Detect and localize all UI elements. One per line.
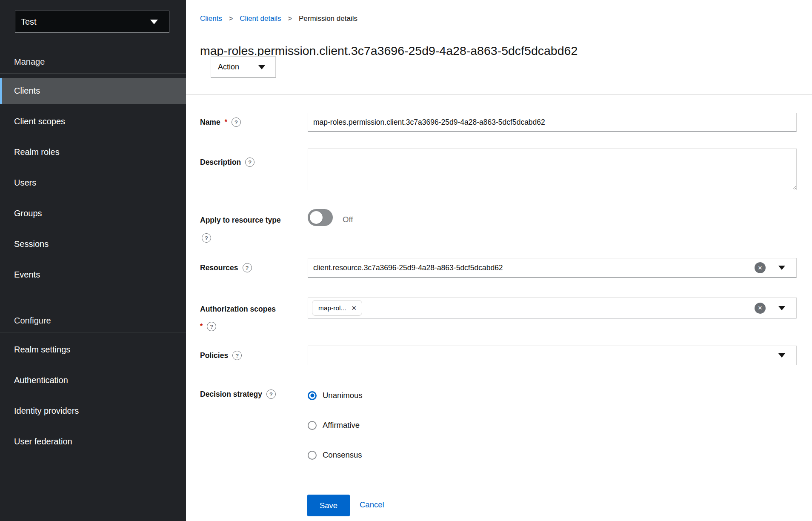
help-icon[interactable]: ? [266,389,276,399]
apply-to-resource-type-label: Apply to resource type [200,214,281,226]
radio-label: Consensus [323,450,362,460]
sidebar-item-label: Client scopes [14,117,65,126]
nav-section-title-configure: Configure [14,315,51,326]
sidebar-item-label: Identity providers [14,406,79,416]
sidebar-item-clients[interactable]: Clients [0,78,186,104]
decision-strategy-label: Decision strategy ? [200,388,276,401]
radio-consensus[interactable]: Consensus [308,449,362,461]
description-label: Description ? [200,156,254,169]
breadcrumb-clients-link[interactable]: Clients [200,14,222,23]
sidebar-item-label: Sessions [14,239,49,249]
sidebar-item-client-scopes[interactable]: Client scopes [0,109,186,135]
chip-label: map-rol... [318,304,346,312]
breadcrumb-client-details-link[interactable]: Client details [240,14,281,23]
authorization-scopes-label-text: Authorization scopes [200,305,276,314]
caret-down-icon[interactable] [778,353,785,358]
toggle-knob [310,211,323,224]
sidebar-item-users[interactable]: Users [0,170,186,196]
sidebar-item-label: Realm roles [14,147,60,157]
required-indicator: * [225,118,227,126]
sidebar-item-user-federation[interactable]: User federation [0,429,186,455]
sidebar-item-label: User federation [14,437,72,447]
nav-list-manage: Clients Client scopes Realm roles Users … [0,78,186,292]
realm-selector-dropdown[interactable]: Test [15,11,169,33]
authorization-scopes-label: Authorization scopes [200,303,276,315]
chevron-right-icon: > [229,15,233,23]
clear-icon[interactable]: ✕ [755,303,766,314]
decision-strategy-label-text: Decision strategy [200,390,262,399]
resources-select[interactable]: client.resource.3c7a3696-25d9-4a28-a863-… [308,258,797,278]
help-icon[interactable]: ? [232,117,241,127]
sidebar-item-sessions[interactable]: Sessions [0,231,186,257]
resources-value: client.resource.3c7a3696-25d9-4a28-a863-… [308,263,503,272]
sidebar-divider [0,332,186,332]
cancel-button[interactable]: Cancel [360,500,384,510]
help-icon[interactable]: ? [202,233,211,243]
radio-affirmative[interactable]: Affirmative [308,419,360,432]
radio-icon [308,451,317,460]
policies-select[interactable] [308,346,797,365]
policies-label: Policies ? [200,349,242,362]
nav-list-configure: Realm settings Authentication Identity p… [0,337,186,459]
sidebar: Test Manage Clients Client scopes Realm … [0,0,186,521]
description-textarea[interactable] [308,149,797,190]
sidebar-item-label: Realm settings [14,345,70,355]
nav-section-title-manage: Manage [14,56,45,68]
help-icon[interactable]: ? [243,263,252,272]
keycloak-admin-page: Test Manage Clients Client scopes Realm … [0,0,812,521]
action-dropdown-button[interactable]: Action [211,56,276,78]
sidebar-item-label: Clients [14,86,40,96]
close-icon[interactable]: ✕ [351,304,357,312]
apply-to-resource-type-toggle[interactable] [308,209,333,226]
radio-label: Unanimous [323,391,363,400]
main-content: Clients > Client details > Permission de… [186,0,812,521]
help-icon[interactable]: ? [232,351,242,360]
realm-selector-label: Test [21,17,37,27]
resources-label-text: Resources [200,263,238,272]
sidebar-item-label: Authentication [14,375,68,385]
caret-down-icon [258,65,265,69]
name-label: Name * ? [200,116,241,129]
action-dropdown-label: Action [218,63,239,72]
save-button[interactable]: Save [307,495,350,516]
chevron-right-icon: > [288,15,292,23]
required-indicator: * [200,323,203,330]
name-label-text: Name [200,118,220,127]
sidebar-item-label: Events [14,270,40,280]
description-label-text: Description [200,158,241,167]
authorization-scopes-required-row: * ? [200,320,216,333]
breadcrumb-current: Permission details [299,14,357,23]
sidebar-divider [0,73,186,74]
sidebar-item-authentication[interactable]: Authentication [0,367,186,393]
name-input[interactable] [308,113,797,132]
radio-icon [308,421,317,430]
resources-label: Resources ? [200,261,252,274]
sidebar-item-events[interactable]: Events [0,262,186,288]
sidebar-item-label: Users [14,178,36,188]
authorization-scopes-select[interactable]: map-rol... ✕ ✕ [308,298,797,318]
sidebar-item-groups[interactable]: Groups [0,200,186,226]
radio-unanimous[interactable]: Unanimous [308,389,363,402]
toggle-state-label: Off [343,213,353,226]
policies-label-text: Policies [200,351,228,360]
breadcrumb: Clients > Client details > Permission de… [200,14,357,23]
sidebar-item-label: Groups [14,209,42,218]
sidebar-item-realm-settings[interactable]: Realm settings [0,337,186,363]
apply-to-resource-type-label-text: Apply to resource type [200,216,281,225]
authorization-scope-chip: map-rol... ✕ [312,300,362,316]
sidebar-item-identity-providers[interactable]: Identity providers [0,398,186,424]
sidebar-item-realm-roles[interactable]: Realm roles [0,139,186,165]
caret-down-icon[interactable] [778,266,785,270]
radio-icon [308,391,317,400]
clear-icon[interactable]: ✕ [755,262,766,273]
help-icon[interactable]: ? [245,157,254,167]
sidebar-divider [0,44,186,44]
chevron-down-icon [150,20,158,24]
radio-label: Affirmative [323,421,360,430]
section-divider [186,94,812,95]
help-icon[interactable]: ? [207,322,216,331]
caret-down-icon[interactable] [778,306,785,310]
